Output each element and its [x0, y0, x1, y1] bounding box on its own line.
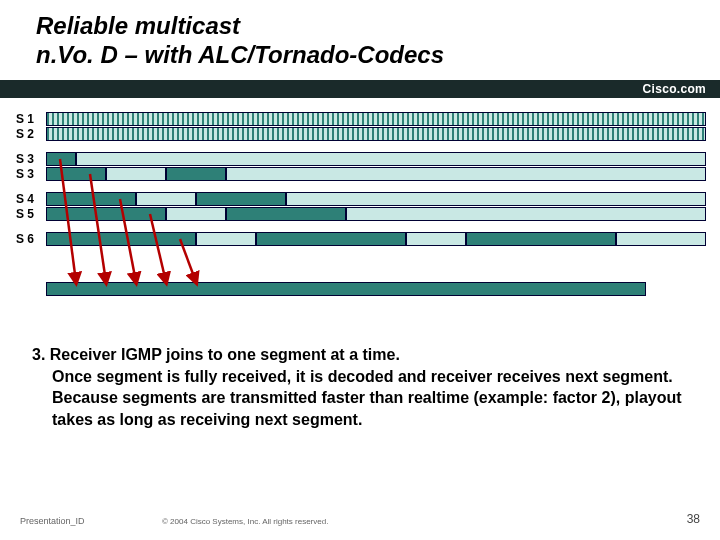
label-s2: S 2: [16, 127, 44, 141]
bar-light: [76, 152, 706, 166]
bar-teal: [46, 282, 646, 296]
bar-light: [616, 232, 706, 246]
svg-line-3: [150, 214, 166, 282]
bar-teal: [196, 192, 286, 206]
row-playout: [16, 282, 708, 296]
row-s3a: S 3: [16, 152, 708, 166]
row-s1: S 1: [16, 112, 708, 126]
bar-light: [406, 232, 466, 246]
bar-light: [286, 192, 706, 206]
footer-presentation-id: Presentation_ID: [20, 516, 85, 526]
label-s4: S 4: [16, 192, 44, 206]
bullet-first-line: Receiver IGMP joins to one segment at a …: [50, 346, 400, 363]
bar-hatch: [46, 127, 706, 141]
bullet-number: 3.: [32, 346, 45, 363]
label-s3a: S 3: [16, 152, 44, 166]
brand-bar: Cisco.com: [0, 80, 720, 98]
footer-page-number: 38: [687, 512, 700, 526]
bar-teal: [46, 192, 136, 206]
label-s1: S 1: [16, 112, 44, 126]
brand-bar-fill: Cisco.com: [0, 80, 720, 98]
bar-teal: [256, 232, 406, 246]
slide-title: Reliable multicast n.Vo. D – with ALC/To…: [36, 12, 720, 70]
bullet-rest: Once segment is fully received, it is de…: [52, 366, 696, 431]
label-s6: S 6: [16, 232, 44, 246]
label-s3b: S 3: [16, 167, 44, 181]
body-paragraph: 3. Receiver IGMP joins to one segment at…: [32, 344, 696, 430]
bar-teal: [46, 167, 106, 181]
bar-teal: [46, 152, 76, 166]
row-s6: S 6: [16, 232, 708, 246]
svg-line-1: [90, 174, 106, 282]
timeline-diagram: S 1 S 2 S 3 S 3 S 4: [16, 110, 708, 330]
bar-teal: [166, 167, 226, 181]
row-s4: S 4: [16, 192, 708, 206]
bar-light: [136, 192, 196, 206]
bar-light: [346, 207, 706, 221]
row-s5: S 5: [16, 207, 708, 221]
bar-light: [226, 167, 706, 181]
row-s2: S 2: [16, 127, 708, 141]
bar-teal: [466, 232, 616, 246]
bar-teal: [46, 207, 166, 221]
brand-text: Cisco.com: [643, 82, 706, 96]
row-s3b: S 3: [16, 167, 708, 181]
title-line-1: Reliable multicast: [36, 12, 720, 41]
bar-teal: [226, 207, 346, 221]
label-s5: S 5: [16, 207, 44, 221]
bar-light: [106, 167, 166, 181]
bar-hatch: [46, 112, 706, 126]
footer-copyright: © 2004 Cisco Systems, Inc. All rights re…: [162, 517, 328, 526]
title-line-2: n.Vo. D – with ALC/Tornado-Codecs: [36, 41, 720, 70]
bar-light: [196, 232, 256, 246]
bar-teal: [46, 232, 196, 246]
bar-light: [166, 207, 226, 221]
